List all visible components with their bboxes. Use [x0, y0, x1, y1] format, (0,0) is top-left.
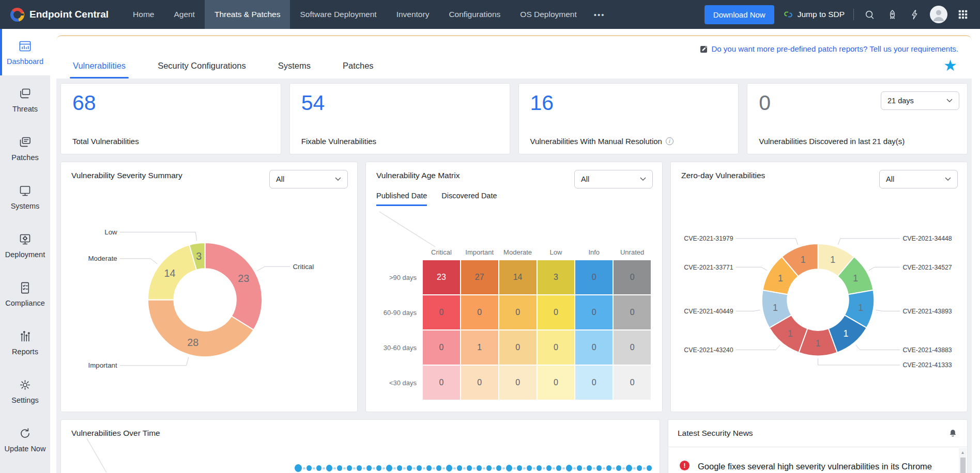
apps-grid-icon[interactable]: [956, 8, 970, 21]
slice-label: Moderate: [88, 255, 117, 262]
jump-to-sdp-label: Jump to SDP: [798, 10, 845, 19]
bell-icon[interactable]: [948, 428, 958, 438]
nav-item-inventory[interactable]: Inventory: [387, 0, 439, 29]
scroll-up-arrow-icon[interactable]: ▲: [959, 448, 967, 455]
data-point: [417, 465, 422, 471]
stat-cards-row: 68Total Vulnerabilities54Fixable Vulnera…: [60, 83, 968, 154]
zero-day-filter-select[interactable]: All: [879, 170, 958, 188]
sidebar-item-reports[interactable]: Reports: [0, 318, 50, 367]
series-dash: [513, 467, 516, 469]
slice-value: 1: [816, 338, 821, 349]
chevron-down-icon: [945, 177, 951, 181]
sidebar-item-deployment[interactable]: Deployment: [0, 221, 50, 270]
data-point: [347, 465, 352, 471]
stat-value: 68: [72, 91, 269, 115]
nav-item-os-deployment[interactable]: OS Deployment: [510, 0, 586, 29]
news-scrollbar[interactable]: ▲: [959, 448, 967, 473]
charts-row: Vulnerability Severity Summary All 23Cri…: [60, 162, 968, 412]
user-avatar[interactable]: [930, 6, 947, 23]
sidebar-item-threats[interactable]: Threats: [0, 75, 50, 124]
severity-filter-select[interactable]: All: [269, 170, 348, 188]
matrix-cell: 0: [614, 366, 651, 400]
nav-item-threats-patches[interactable]: Threats & Patches: [205, 0, 290, 29]
promo-link[interactable]: Do you want more pre-defined patch repor…: [712, 44, 958, 53]
slice-label: CVE-2021-40449: [684, 308, 733, 315]
search-icon[interactable]: [863, 8, 877, 22]
dashboard-icon: [18, 39, 32, 53]
matrix-cell: 27: [461, 260, 498, 294]
series-dash: [483, 467, 485, 469]
tab-vulnerabilities[interactable]: Vulnerabilities: [72, 61, 127, 78]
data-point: [357, 465, 362, 471]
chevron-down-icon: [640, 177, 646, 181]
slice-label: CVE-2021-43893: [902, 308, 952, 315]
donut-slice-critical[interactable]: [205, 243, 263, 330]
matrix-cell: 0: [538, 366, 575, 400]
series-dash: [463, 467, 466, 469]
stat-card-fixable-vulnerabilities: 54Fixable Vulnerabilities: [289, 83, 510, 154]
sidebar-item-dashboard[interactable]: Dashboard: [0, 29, 50, 75]
settings-icon: [18, 378, 32, 392]
deployment-icon: [18, 232, 32, 246]
nav-item-configurations[interactable]: Configurations: [439, 0, 510, 29]
slice-label: CVE-2021-41333: [902, 361, 952, 369]
subtab-published-date[interactable]: Published Date: [376, 192, 427, 206]
brand: Endpoint Central: [0, 8, 123, 22]
sidebar-item-settings[interactable]: Settings: [0, 367, 50, 415]
brand-name: Endpoint Central: [29, 9, 109, 20]
sidebar-item-update-now[interactable]: Update Now: [0, 415, 50, 464]
stat-label: Total Vulnerabilities: [72, 137, 272, 146]
zero-day-vulnerabilities-card: Zero-day Vulnerabilities All 1CVE-2021-3…: [670, 162, 968, 412]
matrix-cell: 0: [538, 330, 575, 365]
series-dash: [433, 467, 435, 469]
sidebar-item-patches[interactable]: Patches: [0, 124, 50, 172]
tab-security-configurations[interactable]: Security Configurations: [157, 61, 247, 78]
tab-systems[interactable]: Systems: [277, 61, 312, 78]
series-dash: [562, 467, 565, 469]
vulnerability-severity-summary-card: Vulnerability Severity Summary All 23Cri…: [60, 162, 358, 412]
data-point: [397, 465, 402, 471]
whats-new-rocket-icon[interactable]: [885, 8, 899, 22]
series-dash: [413, 467, 416, 469]
jump-to-sdp-link[interactable]: Jump to SDP: [783, 9, 845, 20]
data-point: [606, 465, 611, 471]
sidebar-item-systems[interactable]: Systems: [0, 172, 50, 221]
data-point: [546, 465, 552, 471]
data-point: [496, 465, 501, 471]
age-matrix-filter-select[interactable]: All: [574, 170, 653, 188]
matrix-cell: 0: [499, 295, 537, 329]
tabs: VulnerabilitiesSecurity ConfigurationsSy…: [72, 61, 405, 78]
data-point: [506, 465, 512, 471]
news-item[interactable]: !Google fixes several high severity vuln…: [680, 461, 952, 472]
matrix-col-header-critical: Critical: [423, 246, 460, 259]
label-leader-line: [869, 267, 900, 270]
flash-icon[interactable]: [908, 8, 921, 21]
nav-item-agent[interactable]: Agent: [164, 0, 205, 29]
series-dash: [333, 467, 336, 469]
matrix-col-header-unrated: Unrated: [614, 246, 651, 259]
slice-value: 1: [853, 273, 858, 283]
series-dash: [453, 467, 456, 469]
divider: [853, 9, 854, 20]
discovered-days-select[interactable]: 21 days: [881, 91, 959, 110]
matrix-cell: 0: [499, 366, 537, 400]
label-leader-line: [736, 310, 760, 311]
series-dash: [353, 467, 356, 469]
matrix-cell: 0: [499, 330, 537, 365]
download-now-button[interactable]: Download Now: [705, 5, 774, 24]
nav-item-software-deployment[interactable]: Software Deployment: [290, 0, 386, 29]
tab-patches[interactable]: Patches: [342, 61, 375, 78]
scrollbar-thumb[interactable]: [960, 458, 966, 473]
matrix-col-header-low: Low: [538, 246, 575, 259]
subtab-discovered-date[interactable]: Discovered Date: [441, 192, 497, 206]
data-point: [517, 465, 522, 471]
favorite-star-icon[interactable]: ★: [943, 58, 957, 73]
nav-item-home[interactable]: Home: [123, 0, 164, 29]
sidebar-item-label: Threats: [12, 105, 38, 113]
data-point: [337, 465, 342, 471]
series-dash: [603, 467, 605, 469]
sidebar-item-compliance[interactable]: Compliance: [0, 270, 50, 318]
more-menu-button[interactable]: •••: [587, 10, 612, 19]
info-icon[interactable]: i: [666, 137, 673, 145]
data-point: [295, 464, 302, 472]
